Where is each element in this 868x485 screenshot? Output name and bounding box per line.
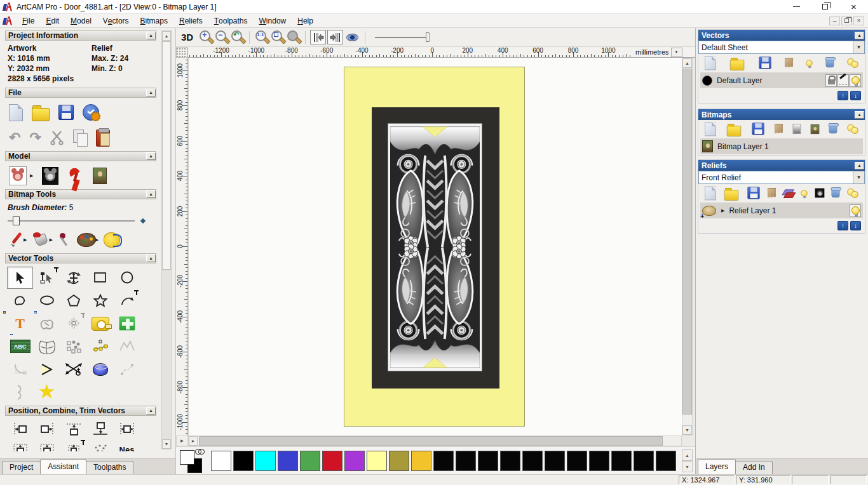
sculpt-sponge-icon[interactable]: [104, 232, 120, 248]
collapse-button[interactable]: ▲: [146, 32, 156, 39]
minimize-button[interactable]: [782, 0, 811, 14]
delete-relief-layer-icon[interactable]: [831, 189, 839, 197]
bitmap-layer-row[interactable]: Bitmap Layer 1: [700, 138, 863, 154]
toggle-visibility-icon[interactable]: [801, 190, 808, 196]
save-vector-layer-icon[interactable]: [759, 56, 771, 69]
palette-swatch-0[interactable]: [211, 451, 231, 471]
layer-visibility-button[interactable]: [850, 74, 861, 87]
bitmap-thumbnail-icon[interactable]: [811, 124, 820, 133]
palette-swatch-17[interactable]: [589, 451, 609, 471]
weld-vectors-tool[interactable]: [34, 312, 60, 335]
paste-icon[interactable]: [96, 130, 110, 147]
open-relief-layer-icon[interactable]: [724, 190, 738, 201]
scroll-right-button[interactable]: ►: [189, 436, 198, 446]
zoom-in-button[interactable]: +: [198, 30, 213, 44]
relief-layer-row[interactable]: ▶ Relief Layer 1: [700, 203, 863, 218]
two-rail-sweep-tool[interactable]: [7, 381, 33, 403]
cut-icon[interactable]: [50, 130, 64, 145]
delete-bitmap-layer-icon[interactable]: [829, 124, 837, 133]
create-circle-tool[interactable]: [114, 267, 140, 289]
measure-tool[interactable]: [87, 312, 113, 335]
collapse-button[interactable]: ▲: [146, 255, 156, 262]
new-relief-layer-icon[interactable]: [705, 186, 716, 200]
snap-to-left-toggle[interactable]: [310, 30, 326, 44]
stack-reliefs-icon[interactable]: [783, 189, 794, 197]
scroll-down-button[interactable]: ▼: [682, 425, 692, 435]
menu-vectors[interactable]: Vectors: [97, 14, 135, 27]
collapse-button[interactable]: ▲: [146, 152, 156, 160]
mdi-close-button[interactable]: ×: [853, 17, 864, 25]
palette-swatch-11[interactable]: [456, 451, 476, 471]
mdi-restore-button[interactable]: [841, 17, 852, 25]
paint-icon[interactable]: [9, 232, 24, 248]
3d-clipart-tool[interactable]: [87, 358, 113, 380]
toggle-all-visibility-icon[interactable]: [847, 189, 858, 197]
greyscale-preview-icon[interactable]: [42, 167, 58, 185]
create-rectangle-tool[interactable]: [87, 267, 113, 289]
save-model-icon[interactable]: [58, 105, 74, 120]
expander-icon[interactable]: ▶: [721, 208, 724, 213]
slider-handle[interactable]: [13, 216, 20, 225]
wrap-text-tool[interactable]: [34, 381, 60, 403]
pick-colour-icon[interactable]: [58, 232, 72, 248]
create-arc-tool[interactable]: [114, 289, 140, 312]
palette-swatch-1[interactable]: [233, 451, 254, 471]
fit-curve-to-relief-tool[interactable]: [114, 335, 140, 357]
brush-diameter-slider[interactable]: [8, 216, 141, 225]
merge-layer-icon[interactable]: [785, 58, 794, 69]
delete-layer-icon[interactable]: [825, 58, 834, 67]
move-layer-up-button[interactable]: ↑: [837, 221, 848, 230]
sheet-selector[interactable]: Default Sheet ▼: [698, 41, 865, 54]
zoom-object-button[interactable]: [286, 30, 301, 44]
vector-layer-row[interactable]: Default Layer: [700, 72, 863, 88]
create-polygon-tool[interactable]: [60, 289, 86, 312]
open-vector-layer-icon[interactable]: [730, 60, 744, 70]
move-layer-down-button[interactable]: ↓: [850, 91, 861, 100]
units-dropdown-button[interactable]: ▼: [671, 48, 682, 57]
zoom-out-button[interactable]: −: [214, 30, 229, 44]
collapse-button[interactable]: ▲: [855, 162, 864, 169]
flood-fill-icon[interactable]: [32, 232, 50, 248]
palette-swatch-14[interactable]: [522, 451, 543, 471]
align-left-tool[interactable]: [7, 418, 33, 439]
menu-model[interactable]: Model: [65, 14, 97, 27]
palette-swatch-2[interactable]: [255, 451, 276, 471]
canvas-horizontal-scrollbar[interactable]: ◄ ►: [188, 435, 682, 446]
assistant-scrollbar[interactable]: ▲ ▼: [161, 30, 172, 449]
relief-selector[interactable]: Front Relief ▼: [698, 171, 865, 184]
menu-bitmaps[interactable]: Bitmaps: [135, 14, 173, 27]
layer-name[interactable]: Bitmap Layer 1: [717, 142, 769, 151]
scatter-copies-tool[interactable]: [87, 439, 113, 451]
offset-vectors-tool[interactable]: [60, 312, 86, 335]
snap-layer-button[interactable]: [837, 74, 849, 87]
relief-preview-icon[interactable]: [815, 189, 824, 197]
new-vector-layer-icon[interactable]: [705, 56, 716, 70]
fillet-tool[interactable]: [7, 358, 33, 380]
envelope-distort-tool[interactable]: [34, 335, 60, 357]
scrollbar-thumb[interactable]: [682, 69, 692, 415]
menu-file[interactable]: File: [17, 14, 40, 27]
text-in-box-tool[interactable]: ABC: [7, 335, 33, 357]
dropdown-button[interactable]: ▼: [853, 41, 864, 53]
layer-colour-swatch[interactable]: [702, 76, 712, 86]
free-relief-tool[interactable]: [114, 358, 140, 380]
menu-edit[interactable]: Edit: [40, 14, 65, 27]
tab-assistant[interactable]: Assistant: [40, 459, 86, 474]
new-model-icon[interactable]: [9, 104, 23, 121]
move-layer-up-button[interactable]: ↑: [837, 91, 848, 100]
scroll-down-button[interactable]: ▼: [162, 439, 171, 449]
save-bitmap-layer-icon[interactable]: [752, 123, 764, 135]
model-wizard-icon[interactable]: [83, 104, 99, 121]
layer-name[interactable]: Default Layer: [717, 76, 762, 85]
arc-bisector-tool[interactable]: [34, 358, 60, 380]
snap-to-right-toggle[interactable]: [327, 30, 343, 44]
palette-swatch-12[interactable]: [478, 451, 498, 471]
new-bitmap-layer-icon[interactable]: [705, 122, 716, 136]
scroll-up-button[interactable]: ▲: [682, 58, 692, 68]
undo-icon[interactable]: ↶: [9, 131, 20, 145]
align-bottom-tool[interactable]: [87, 418, 113, 439]
node-editing-tool[interactable]: [34, 267, 60, 289]
menu-help[interactable]: Help: [292, 14, 319, 27]
palette-swatch-9[interactable]: [411, 451, 431, 471]
load-bitmap-icon[interactable]: [93, 168, 107, 184]
